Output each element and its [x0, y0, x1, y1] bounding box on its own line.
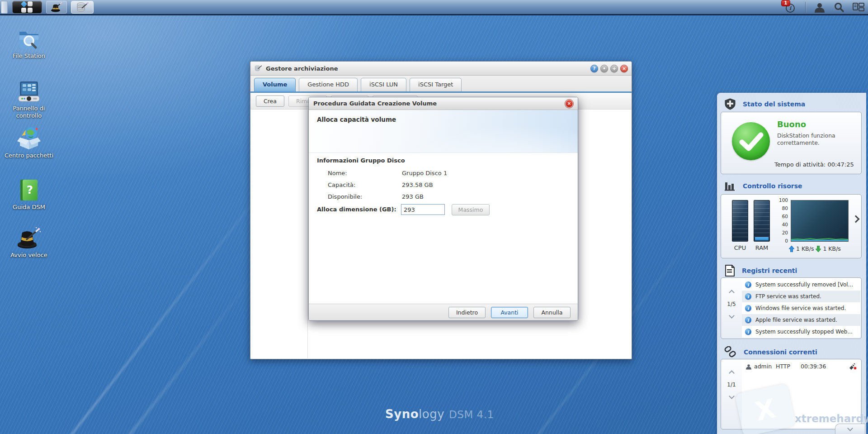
- chevron-down-icon: [847, 425, 853, 431]
- volume-creation-wizard-dialog: Procedura Guidata Creazione Volume × All…: [308, 97, 578, 321]
- desktop-icon-label: Guida DSM: [4, 204, 54, 211]
- widgets-sidebar: Stato del sistema Buono DiskStation funz…: [717, 93, 866, 434]
- notification-badge: 1: [781, 0, 790, 6]
- dsm-help-icon: ?: [18, 178, 40, 202]
- desktop-icon-label: File Station: [4, 52, 54, 60]
- pilot-view-icon[interactable]: [853, 2, 864, 12]
- window-help-button[interactable]: ?: [590, 65, 598, 72]
- widget-title: Stato del sistema: [743, 100, 805, 108]
- desktop-icon-avvio-veloce[interactable]: Avvio veloce: [4, 226, 54, 259]
- info-row-label: Disponibile:: [328, 193, 362, 200]
- system-status-value: Buono: [777, 119, 806, 129]
- system-status-header: Stato del sistema: [724, 98, 805, 110]
- tab-volume[interactable]: Volume: [254, 78, 296, 91]
- brand-text: Syno: [385, 407, 419, 421]
- search-icon[interactable]: [834, 2, 844, 13]
- avanti-button[interactable]: Avanti: [491, 307, 528, 318]
- log-message: System successfully removed [Vol...: [755, 281, 853, 288]
- sidebar-collapse-tab[interactable]: [835, 424, 865, 434]
- page-down-icon[interactable]: [729, 393, 735, 399]
- taskbar-app-gestore-archiviazione[interactable]: [71, 1, 94, 14]
- window-maximize-button[interactable]: +: [610, 65, 618, 72]
- annulla-button[interactable]: Annulla: [533, 307, 571, 318]
- bar-chart-icon: [724, 181, 736, 191]
- log-row: i FTP service was started.: [742, 291, 860, 302]
- window-title: Gestore archiviazione: [266, 65, 587, 72]
- window-titlebar[interactable]: Gestore archiviazione ? • + ×: [250, 62, 632, 76]
- main-menu-button[interactable]: [12, 1, 42, 14]
- dialog-close-button[interactable]: ×: [565, 100, 573, 108]
- desktop-icon-label: Avvio veloce: [4, 252, 54, 259]
- crea-button[interactable]: Crea: [256, 95, 284, 107]
- dialog-titlebar[interactable]: Procedura Guidata Creazione Volume ×: [309, 97, 578, 110]
- desktop-icon-file-station[interactable]: File Station: [4, 27, 54, 60]
- log-message: Windows file service was started.: [755, 305, 846, 311]
- desktop-icon-guida-dsm[interactable]: ? Guida DSM: [4, 178, 54, 211]
- page-indicator: 1/5: [727, 301, 736, 307]
- axis-tick: 60: [776, 214, 788, 219]
- info-icon: i: [745, 305, 751, 311]
- chevron-right-icon[interactable]: [852, 215, 860, 223]
- svg-text:?: ?: [27, 184, 33, 196]
- allocate-size-input[interactable]: [401, 204, 445, 215]
- tab-iscsi-target[interactable]: iSCSI Target: [410, 78, 462, 91]
- user-menu-icon[interactable]: [814, 2, 826, 13]
- tray-separator: [805, 2, 806, 13]
- page-indicator: 1/1: [727, 382, 736, 388]
- resource-monitor-panel: CPU RAM 100 80 60 40 20 0 1 KB/s 1 KB/s: [721, 194, 862, 258]
- system-uptime: Tempo di attività: 00:47:25: [774, 161, 854, 168]
- page-up-icon[interactable]: [729, 370, 735, 376]
- info-icon: i: [745, 329, 751, 335]
- connection-protocol: HTTP: [776, 363, 801, 370]
- massimo-button[interactable]: Massimo: [452, 204, 490, 215]
- window-minimize-button[interactable]: •: [600, 65, 608, 72]
- shield-icon: [724, 98, 736, 110]
- taskbar-tray: i 1: [785, 0, 864, 14]
- desktop-icon-centro-pacchetti[interactable]: Centro pacchetti: [4, 126, 54, 159]
- ram-gauge: [754, 200, 770, 242]
- show-desktop-button[interactable]: [1, 1, 8, 14]
- system-status-panel: Buono DiskStation funziona correttamente…: [721, 112, 862, 174]
- window-close-button[interactable]: ×: [620, 65, 628, 72]
- log-message: Apple file service was started.: [755, 317, 837, 323]
- info-row-value: 293.58 GB: [402, 181, 433, 188]
- connection-row: admin HTTP 00:39:36: [742, 360, 860, 372]
- page-up-icon[interactable]: [729, 290, 735, 296]
- desktop-icon-label: Centro pacchetti: [4, 152, 54, 159]
- disconnect-icon[interactable]: [849, 363, 857, 370]
- page-down-icon[interactable]: [729, 313, 735, 319]
- widget-title: Connessioni correnti: [744, 348, 817, 356]
- notifications-button[interactable]: i 1: [785, 1, 797, 13]
- widget-title: Controllo risorse: [743, 182, 802, 190]
- axis-tick: 100: [776, 197, 788, 203]
- log-row: i Windows file service was started.: [742, 302, 860, 314]
- dialog-body: Informazioni Gruppo Disco Nome: Gruppo D…: [309, 153, 578, 304]
- user-icon: [745, 363, 752, 370]
- volume-list-pane[interactable]: [251, 110, 308, 358]
- tab-strip: Volume Gestione HDD iSCSI LUN iSCSI Targ…: [250, 76, 632, 93]
- info-icon: i: [745, 281, 751, 288]
- axis-tick: 0: [776, 238, 788, 243]
- log-message: FTP service was started.: [755, 293, 821, 300]
- status-ok-icon: [732, 122, 770, 160]
- desktop-icon-pannello-di-controllo[interactable]: Pannello di controllo: [4, 80, 54, 120]
- info-icon: i: [745, 317, 751, 323]
- info-row-value: 293 GB: [402, 193, 424, 200]
- chain-link-icon: [724, 346, 737, 358]
- info-icon: i: [745, 293, 751, 300]
- taskbar: i 1: [0, 0, 868, 15]
- tab-gestione-hdd[interactable]: Gestione HDD: [299, 78, 358, 91]
- log-document-icon: [724, 265, 735, 277]
- axis-tick: 80: [776, 205, 788, 211]
- indietro-button[interactable]: Indietro: [448, 307, 486, 318]
- info-row-label: Capacità:: [328, 181, 355, 188]
- taskbar-app-avvio-veloce[interactable]: [46, 1, 67, 14]
- resource-monitor-header: Controllo risorse: [724, 181, 802, 191]
- active-tab-underline: [250, 91, 632, 93]
- tab-iscsi-lun[interactable]: iSCSI LUN: [361, 78, 406, 91]
- file-station-icon: [17, 27, 41, 51]
- storage-manager-icon: [254, 64, 262, 72]
- window-controls: ? • + ×: [590, 65, 628, 72]
- desktop-icon-label: Pannello di controllo: [4, 105, 54, 120]
- log-list: i System successfully removed [Vol... i …: [742, 279, 860, 338]
